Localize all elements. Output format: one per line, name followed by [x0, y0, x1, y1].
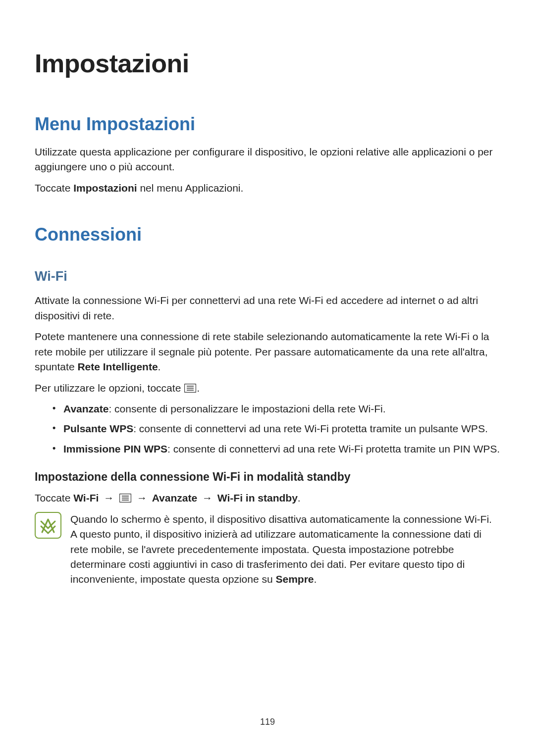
wifi-paragraph-3: Per utilizzare le opzioni, toccate . [35, 381, 500, 396]
section-menu-heading: Menu Impostazioni [35, 114, 500, 135]
list-item-label: Avanzate [63, 403, 108, 414]
wifi-standby-path: Toccate Wi-Fi → → Avanzate → Wi-Fi in st… [35, 491, 500, 505]
page-number: 119 [0, 717, 535, 727]
text-bold: Sempre [275, 573, 314, 585]
text-fragment: Toccate [35, 182, 73, 194]
list-item-text: : consente di connettervi ad una rete Wi… [133, 423, 488, 434]
text-fragment: . [158, 361, 161, 372]
wifi-paragraph-2: Potete mantenere una connessione di rete… [35, 329, 500, 374]
arrow-icon: → [202, 491, 213, 505]
document-page: Impostazioni Menu Impostazioni Utilizzat… [0, 0, 535, 756]
arrow-icon: → [137, 491, 147, 505]
list-item: Immissione PIN WPS: consente di connette… [53, 442, 500, 456]
text-fragment: . [314, 573, 317, 585]
text-fragment: nel menu Applicazioni. [137, 182, 244, 194]
text-fragment: Per utilizzare le opzioni, toccate [35, 382, 184, 394]
list-item-label: Pulsante WPS [63, 423, 133, 434]
path-step: Wi-Fi in standby [217, 492, 298, 504]
list-item-text: : consente di personalizzare le impostaz… [108, 403, 385, 414]
subsection-wifi-heading: Wi-Fi [35, 269, 500, 284]
note-block: Quando lo schermo è spento, il dispositi… [35, 512, 500, 587]
note-icon [35, 512, 61, 539]
text-fragment: . [197, 382, 200, 394]
menu-icon [184, 382, 196, 391]
menu-paragraph-1: Utilizzate questa applicazione per confi… [35, 145, 500, 175]
page-title: Impostazioni [35, 49, 500, 78]
arrow-icon: → [104, 491, 114, 505]
wifi-standby-heading: Impostazione della connessione Wi-Fi in … [35, 470, 500, 484]
path-step: Wi-Fi [73, 492, 99, 504]
list-item: Pulsante WPS: consente di connettervi ad… [53, 421, 500, 436]
menu-icon [119, 492, 131, 501]
note-text: Quando lo schermo è spento, il dispositi… [70, 512, 500, 587]
path-step: Avanzate [152, 492, 197, 504]
list-item: Avanzate: consente di personalizzare le … [53, 402, 500, 416]
text-bold: Impostazioni [73, 182, 137, 194]
wifi-options-list: Avanzate: consente di personalizzare le … [53, 402, 500, 456]
section-connessioni-heading: Connessioni [35, 224, 500, 245]
list-item-label: Immissione PIN WPS [63, 443, 167, 454]
text-bold: Rete Intelligente [77, 361, 158, 372]
list-item-text: : consente di connettervi ad una rete Wi… [167, 443, 500, 454]
menu-paragraph-2: Toccate Impostazioni nel menu Applicazio… [35, 181, 500, 196]
wifi-paragraph-1: Attivate la connessione Wi-Fi per connet… [35, 293, 500, 323]
text-fragment: Toccate [35, 492, 73, 504]
